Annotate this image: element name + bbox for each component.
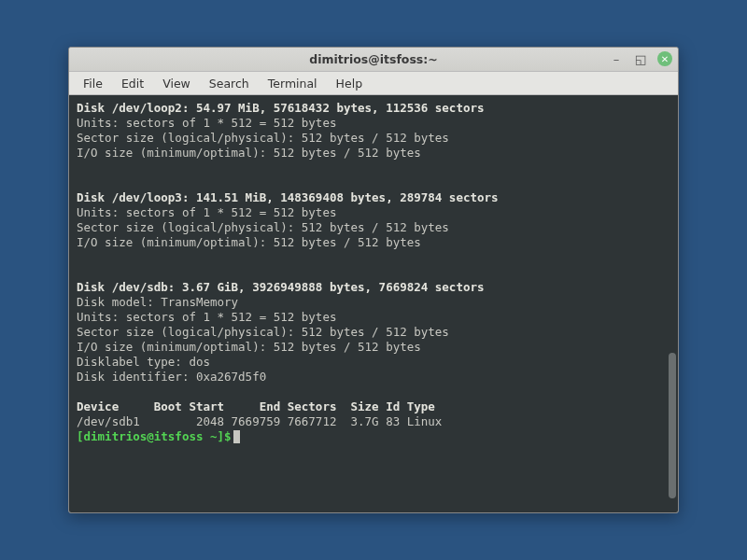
- output-line: I/O size (minimum/optimal): 512 bytes / …: [77, 235, 421, 249]
- prompt-sign: $: [224, 429, 232, 443]
- output-line: Disk model: TransMemory: [77, 295, 238, 309]
- prompt-user: [dimitrios@itsfoss ~]: [77, 429, 224, 443]
- output-line: Disk identifier: 0xa267d5f0: [77, 370, 266, 384]
- titlebar: dimitrios@itsfoss:~ – ◱ ✕: [69, 48, 678, 72]
- close-button[interactable]: ✕: [657, 51, 672, 66]
- output-line: Units: sectors of 1 * 512 = 512 bytes: [77, 205, 336, 219]
- window-controls: – ◱ ✕: [609, 51, 672, 66]
- output-line: Sector size (logical/physical): 512 byte…: [77, 220, 449, 234]
- partition-table-row: /dev/sdb1 2048 7669759 7667712 3.7G 83 L…: [77, 414, 442, 428]
- cursor-icon: [233, 430, 240, 443]
- output-line: Disk /dev/loop3: 141.51 MiB, 148369408 b…: [77, 190, 499, 204]
- terminal-window: dimitrios@itsfoss:~ – ◱ ✕ File Edit View…: [68, 47, 679, 513]
- output-line: Disk /dev/sdb: 3.67 GiB, 3926949888 byte…: [77, 280, 485, 294]
- menu-help[interactable]: Help: [328, 74, 372, 93]
- minimize-button[interactable]: –: [609, 51, 624, 66]
- scrollbar[interactable]: [669, 101, 676, 507]
- menu-view[interactable]: View: [154, 74, 199, 93]
- menu-search[interactable]: Search: [201, 74, 258, 93]
- window-title: dimitrios@itsfoss:~: [309, 52, 438, 66]
- menubar: File Edit View Search Terminal Help: [69, 72, 678, 95]
- terminal-viewport[interactable]: Disk /dev/loop2: 54.97 MiB, 57618432 byt…: [69, 95, 678, 512]
- menu-terminal[interactable]: Terminal: [260, 74, 326, 93]
- partition-table-header: Device Boot Start End Sectors Size Id Ty…: [77, 399, 435, 413]
- output-line: Sector size (logical/physical): 512 byte…: [77, 325, 449, 339]
- menu-file[interactable]: File: [75, 74, 111, 93]
- menu-edit[interactable]: Edit: [113, 74, 152, 93]
- output-line: Disklabel type: dos: [77, 355, 210, 369]
- output-line: I/O size (minimum/optimal): 512 bytes / …: [77, 340, 421, 354]
- output-line: Disk /dev/loop2: 54.97 MiB, 57618432 byt…: [77, 101, 485, 115]
- output-line: Units: sectors of 1 * 512 = 512 bytes: [77, 310, 336, 324]
- maximize-button[interactable]: ◱: [633, 51, 648, 66]
- output-line: I/O size (minimum/optimal): 512 bytes / …: [77, 146, 421, 160]
- output-line: Sector size (logical/physical): 512 byte…: [77, 131, 449, 145]
- scrollbar-thumb[interactable]: [669, 353, 676, 499]
- output-line: Units: sectors of 1 * 512 = 512 bytes: [77, 116, 336, 130]
